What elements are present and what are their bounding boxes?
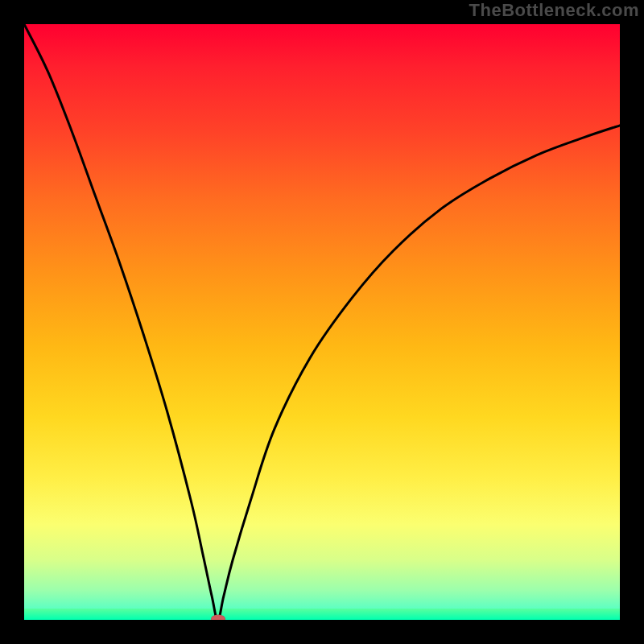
bottleneck-curve [24,24,620,620]
plot-area [24,24,620,620]
watermark-text: TheBottleneck.com [469,0,639,21]
optimum-marker [211,614,225,620]
chart-frame: TheBottleneck.com [0,0,644,644]
